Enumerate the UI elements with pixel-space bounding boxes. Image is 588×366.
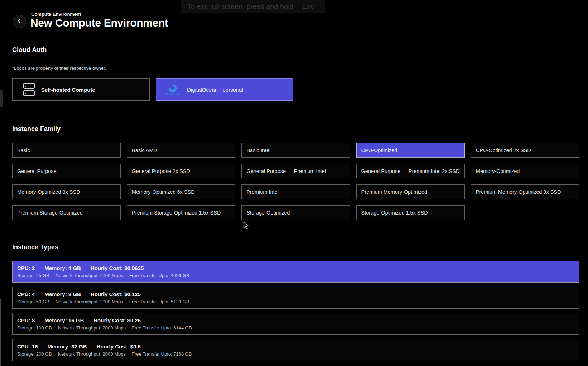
cpu-value: CPU: 4 (17, 291, 35, 297)
network-value: Network Throughput: 2000 Mbps (58, 325, 126, 331)
instance-types-heading: Instance Types (12, 244, 58, 251)
instance-type-row-cpu4[interactable]: CPU: 4 Memory: 8 GB Hourly Cost: $0.125 … (12, 287, 579, 309)
instance-type-row-cpu8[interactable]: CPU: 8 Memory: 16 GB Hourly Cost: $0.25 … (12, 313, 579, 335)
esc-keycap: Esc (298, 0, 318, 13)
family-option-general-purpose-premium-intel-2x-ssd[interactable]: General Purpose — Premium Intel 2x SSD (356, 164, 465, 178)
family-option-cpu-optimized[interactable]: CPU-Optimized (356, 143, 465, 158)
family-option-general-purpose[interactable]: General Purpose (12, 164, 121, 178)
transfer-value: Free Transfer Upto: 6144 GB (132, 325, 192, 331)
family-option-premium-storage-optimized-1.5x-ssd[interactable]: Premium Storage-Optimized 1.5x SSD (127, 205, 235, 220)
cloud-auth-options: Self-hosted Compute DigitalOcean Digital… (12, 78, 293, 101)
memory-value: Memory: 8 GB (44, 291, 81, 297)
cpu-value: CPU: 8 (17, 317, 35, 323)
family-option-general-purpose-premium-intel[interactable]: General Purpose — Premium Intel (241, 164, 350, 178)
memory-value: Memory: 4 GB (44, 265, 81, 271)
auth-option-digitalocean[interactable]: DigitalOcean DigitalOcean - personal (156, 78, 293, 101)
transfer-value: Free Transfer Upto: 5120 GB (129, 299, 189, 304)
network-value: Network Throughput: 2000 Mbps (58, 351, 126, 357)
left-scrollbar-thumb[interactable] (0, 90, 3, 107)
mouse-cursor (243, 221, 249, 231)
instance-type-specs: Storage: 50 GB Network Throughput: 2000 … (17, 299, 579, 304)
hourly-cost-value: Hourly Cost: $0.125 (91, 291, 141, 297)
family-option-basic-amd[interactable]: Basic AMD (127, 143, 235, 158)
fullscreen-exit-message: To exit full screen, press and hold (187, 3, 294, 11)
fullscreen-exit-toast: To exit full screen, press and hold Esc (181, 0, 325, 13)
instance-type-specs: Storage: 200 GB Network Throughput: 2000… (17, 351, 579, 357)
family-option-premium-memory-optimized-3x-ssd[interactable]: Premium Memory-Optimized 3x SSD (471, 184, 579, 199)
hourly-cost-value: Hourly Cost: $0.0625 (91, 265, 144, 271)
auth-option-label: Self-hosted Compute (41, 87, 95, 93)
network-value: Network Throughput: 2000 Mbps (56, 273, 123, 278)
cloud-auth-heading: Cloud Auth (12, 46, 47, 54)
instance-family-grid: Basic Basic AMD Basic Intel CPU-Optimize… (12, 143, 579, 220)
instance-type-title: CPU: 16 Memory: 32 GB Hourly Cost: $0.5 (17, 343, 579, 350)
family-option-cpu-optimized-2x-ssd[interactable]: CPU-Optimized 2x SSD (471, 143, 579, 158)
cpu-value: CPU: 2 (17, 265, 35, 271)
instance-type-specs: Storage: 25 GB Network Throughput: 2000 … (17, 273, 579, 278)
storage-value: Storage: 25 GB (17, 273, 49, 278)
family-option-premium-storage-optimized[interactable]: Premium Storage-Optimized (12, 205, 121, 220)
digitalocean-logo-caption: DigitalOcean (165, 93, 180, 96)
storage-value: Storage: 200 GB (17, 351, 52, 357)
memory-value: Memory: 16 GB (44, 317, 84, 323)
chevron-left-icon (16, 18, 23, 25)
transfer-value: Free Transfer Upto: 7168 GB (132, 351, 192, 357)
family-option-memory-optimized-6x-ssd[interactable]: Memory-Optimized 6x SSD (127, 184, 235, 199)
family-option-memory-optimized-3x-ssd[interactable]: Memory-Optimized 3x SSD (12, 184, 121, 199)
instance-type-title: CPU: 4 Memory: 8 GB Hourly Cost: $0.125 (17, 291, 579, 297)
instance-type-row-cpu16[interactable]: CPU: 16 Memory: 32 GB Hourly Cost: $0.5 … (12, 339, 579, 361)
digitalocean-logo-icon: DigitalOcean (164, 83, 181, 96)
family-option-general-purpose-2x-ssd[interactable]: General Purpose 2x SSD (127, 164, 235, 178)
back-button[interactable] (13, 15, 26, 28)
instance-family-heading: Instance Family (12, 125, 61, 133)
hourly-cost-value: Hourly Cost: $0.25 (93, 317, 141, 323)
instance-type-specs: Storage: 100 GB Network Throughput: 2000… (17, 325, 579, 331)
left-scrollbar-thumb-bottom[interactable] (0, 299, 1, 366)
family-option-premium-memory-optimized[interactable]: Premium Memory-Optimized (356, 184, 465, 199)
family-option-basic[interactable]: Basic (12, 143, 121, 158)
instance-type-row-cpu2[interactable]: CPU: 2 Memory: 4 GB Hourly Cost: $0.0625… (12, 261, 579, 283)
instance-type-title: CPU: 8 Memory: 16 GB Hourly Cost: $0.25 (17, 317, 579, 323)
cpu-value: CPU: 16 (17, 343, 38, 350)
auth-option-self-hosted[interactable]: Self-hosted Compute (12, 78, 150, 101)
left-scroll-track (3, 0, 3, 366)
transfer-value: Free Transfer Upto: 4096 GB (129, 273, 189, 278)
family-option-storage-optimized[interactable]: Storage-Optimized (241, 205, 350, 220)
family-option-storage-optimized-1.5x-ssd[interactable]: Storage-Optimized 1.5x SSD (356, 205, 465, 220)
server-icon (23, 83, 35, 96)
storage-value: Storage: 50 GB (17, 299, 49, 304)
page-title: New Compute Environment (30, 17, 168, 29)
hourly-cost-value: Hourly Cost: $0.5 (97, 343, 141, 350)
network-value: Network Throughput: 2000 Mbps (56, 299, 123, 304)
auth-option-label: DigitalOcean - personal (187, 87, 243, 93)
instance-type-title: CPU: 2 Memory: 4 GB Hourly Cost: $0.0625 (17, 265, 579, 271)
storage-value: Storage: 100 GB (17, 325, 52, 331)
family-option-premium-intel[interactable]: Premium Intel (241, 184, 350, 199)
family-option-memory-optimized[interactable]: Memory-Optimized (471, 164, 579, 178)
memory-value: Memory: 32 GB (48, 343, 87, 350)
instance-types-list: CPU: 2 Memory: 4 GB Hourly Cost: $0.0625… (12, 261, 579, 361)
logos-disclaimer: *Logos are property of their respective … (12, 66, 106, 71)
breadcrumb: Compute Environment (31, 11, 81, 17)
family-option-basic-intel[interactable]: Basic Intel (241, 143, 350, 158)
